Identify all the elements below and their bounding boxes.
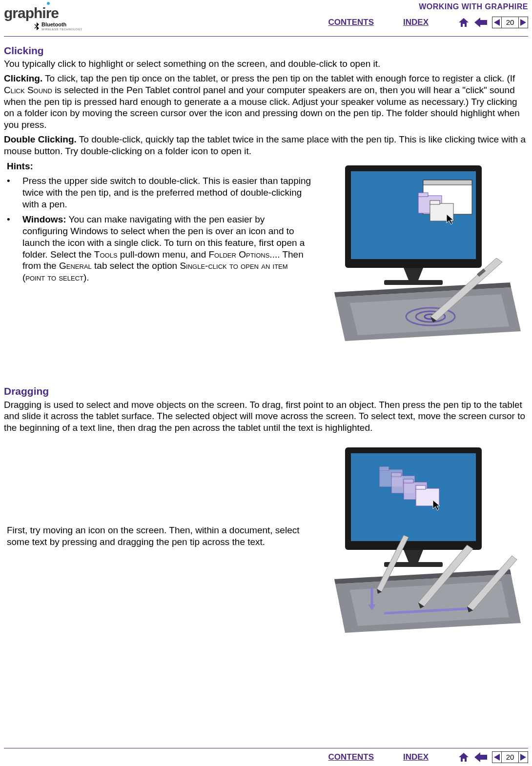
- double-clicking-label: Double Clicking.: [4, 134, 77, 144]
- clicking-intro: You typically click to highlight or sele…: [4, 58, 528, 70]
- nav-icons-footer: 20: [458, 751, 528, 763]
- header-right: WORKING WITH GRAPHIRE CONTENTS INDEX 20: [82, 2, 528, 28]
- hints-column: Hints: • Press the upper side switch to …: [4, 161, 311, 287]
- t1: To click, tap the pen tip once on the ta…: [42, 73, 515, 83]
- clicking-heading[interactable]: Clicking: [4, 44, 528, 57]
- bullet-icon: •: [7, 214, 11, 283]
- back-arrow-icon[interactable]: [474, 752, 487, 762]
- click-sound-term: Click Sound: [4, 85, 52, 95]
- clicking-label: Clicking.: [4, 73, 42, 83]
- bullet-icon: •: [7, 175, 11, 210]
- hint-item-1: • Press the upper side switch to double-…: [7, 175, 311, 210]
- hints-row: Hints: • Press the upper side switch to …: [4, 161, 528, 341]
- svg-rect-22: [416, 485, 426, 489]
- clicking-para-1: Clicking. To click, tap the pen tip once…: [4, 73, 528, 131]
- page-number-footer: 20: [501, 752, 519, 763]
- footer-rule: [4, 748, 528, 748]
- drag-side-para: First, try moving an icon on the screen.…: [7, 524, 307, 548]
- bluetooth-sublabel: WIRELESS TECHNOLOGY: [41, 28, 82, 32]
- svg-rect-18: [391, 473, 401, 477]
- t3: To double-click, quickly tap the tablet …: [4, 134, 526, 156]
- dragging-illustration: [318, 443, 528, 633]
- logo-block: graphire Bluetooth WIRELESS TECHNOLOGY: [4, 2, 82, 32]
- clicking-illustration: [318, 161, 528, 341]
- drag-side-text: First, try moving an icon on the screen.…: [4, 524, 311, 551]
- svg-rect-8: [384, 280, 443, 285]
- hint-1-text: Press the upper side switch to double-cl…: [22, 175, 311, 210]
- index-link-footer[interactable]: INDEX: [403, 752, 429, 762]
- hint-item-2: • Windows: You can make navigating with …: [7, 214, 311, 283]
- page-header: graphire Bluetooth WIRELESS TECHNOLOGY W…: [0, 0, 532, 35]
- hints-title: Hints:: [7, 161, 311, 172]
- page-content: Clicking You typically click to highligh…: [0, 41, 532, 633]
- next-page-icon[interactable]: [519, 19, 528, 26]
- clicking-para-2: Double Clicking. To double-click, quickl…: [4, 134, 528, 157]
- prev-page-icon[interactable]: [492, 19, 501, 26]
- contents-link[interactable]: CONTENTS: [328, 17, 374, 27]
- prev-page-icon[interactable]: [492, 754, 501, 761]
- nav-icons: 20: [458, 17, 528, 28]
- nav-row-top: CONTENTS INDEX 20: [328, 17, 528, 28]
- t5: pull-down menu, and: [118, 249, 209, 260]
- bluetooth-icon: [34, 22, 40, 30]
- logo-dot-icon: [47, 2, 50, 5]
- contents-link-footer[interactable]: CONTENTS: [328, 752, 374, 762]
- svg-rect-5: [418, 193, 428, 197]
- index-link[interactable]: INDEX: [403, 17, 429, 27]
- back-arrow-icon[interactable]: [474, 18, 487, 27]
- svg-rect-7: [430, 201, 440, 204]
- windows-label: Windows:: [22, 214, 66, 224]
- drag-row: First, try moving an icon on the screen.…: [4, 443, 528, 633]
- svg-rect-3: [423, 180, 472, 185]
- section-title[interactable]: WORKING WITH GRAPHIRE: [419, 2, 528, 12]
- folder-options-term: Folder Options...: [209, 249, 278, 260]
- home-icon[interactable]: [458, 752, 470, 763]
- t8: .: [86, 272, 89, 282]
- bluetooth-row: Bluetooth WIRELESS TECHNOLOGY: [34, 21, 82, 32]
- hints-list: • Press the upper side switch to double-…: [7, 175, 311, 283]
- t2: is selected in the Pen Tablet control pa…: [4, 85, 520, 130]
- general-term: General: [59, 261, 92, 271]
- header-rule: [4, 36, 528, 37]
- hint-2-text: Windows: You can make navigating with th…: [22, 214, 311, 283]
- dragging-para: Dragging is used to select and move obje…: [4, 399, 528, 434]
- dragging-heading[interactable]: Dragging: [4, 385, 528, 398]
- tools-term: Tools: [94, 249, 118, 260]
- page-nav-box: 20: [492, 17, 528, 28]
- svg-rect-16: [379, 466, 389, 470]
- t7: tab select the option: [92, 261, 180, 271]
- logo: graphire: [4, 4, 59, 22]
- bluetooth-label: Bluetooth: [41, 21, 82, 28]
- nav-row-bottom: CONTENTS INDEX 20: [4, 751, 528, 763]
- home-icon[interactable]: [458, 17, 470, 28]
- page-nav-box-footer: 20: [492, 751, 528, 763]
- next-page-icon[interactable]: [519, 754, 528, 761]
- logo-text: graphire: [4, 5, 59, 21]
- svg-rect-20: [404, 479, 413, 483]
- page-number: 20: [501, 17, 519, 28]
- page-footer: CONTENTS INDEX 20: [0, 748, 532, 766]
